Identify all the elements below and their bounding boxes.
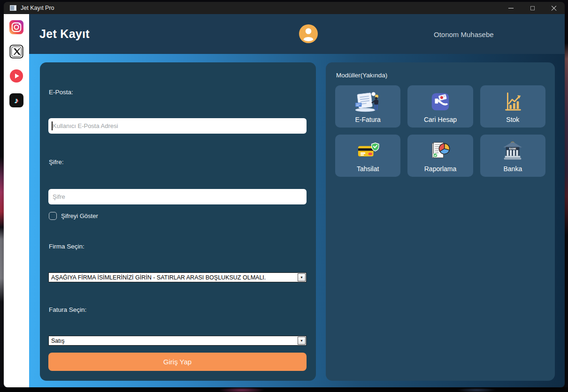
- header-right-text: Otonom Muhasebe: [434, 30, 494, 38]
- maximize-button[interactable]: [522, 2, 543, 14]
- invoice-select-value: Satış: [51, 338, 296, 344]
- invoice-select[interactable]: Satış ▼: [48, 336, 307, 346]
- chevron-down-icon[interactable]: ▼: [298, 273, 306, 281]
- social-sidebar: ♪: [4, 14, 29, 387]
- modules-grid: E-Fatura: [335, 85, 545, 177]
- company-select-value: AŞAĞIYA FİRMA İSİMLERİNİZİ GİRİN - SATIR…: [51, 274, 296, 281]
- invoice-label: Fatura Seçin:: [49, 306, 86, 313]
- collection-card-icon: [357, 139, 379, 163]
- app-window: Jet Kayıt Pro: [4, 2, 565, 387]
- company-select[interactable]: AŞAĞIYA FİRMA İSİMLERİNİZİ GİRİN - SATIR…: [48, 272, 307, 282]
- user-avatar-icon[interactable]: [299, 24, 318, 43]
- e-invoice-icon: [353, 90, 383, 113]
- module-label: E-Fatura: [355, 116, 380, 123]
- module-card-e-fatura[interactable]: E-Fatura: [335, 85, 400, 128]
- modules-title: Modüller(Yakında): [336, 72, 387, 79]
- window-title: Jet Kayıt Pro: [21, 5, 54, 11]
- stock-chart-icon: [502, 90, 523, 113]
- module-card-tahsilat[interactable]: Tahsilat: [335, 135, 400, 177]
- tiktok-note-glyph: ♪: [15, 97, 19, 105]
- minimize-button[interactable]: [500, 2, 522, 14]
- email-input[interactable]: [48, 118, 307, 134]
- module-label: Banka: [503, 165, 522, 173]
- email-label: E-Posta:: [49, 89, 73, 96]
- module-label: Tahsilat: [357, 165, 379, 173]
- app-title: Jet Kayıt: [39, 27, 90, 41]
- show-password-checkbox[interactable]: [49, 212, 57, 220]
- module-label: Cari Hesap: [424, 116, 457, 123]
- module-label: Stok: [506, 116, 519, 123]
- close-icon: [551, 5, 557, 11]
- app-icon: [9, 4, 17, 12]
- x-twitter-icon[interactable]: [9, 45, 23, 59]
- modules-panel: Modüller(Yakında): [326, 62, 555, 381]
- titlebar: Jet Kayıt Pro: [4, 2, 565, 14]
- module-card-cari-hesap[interactable]: Cari Hesap: [407, 85, 473, 128]
- desktop-wallpaper-right: [564, 0, 568, 392]
- login-panel: E-Posta: Şifre: Şifreyi Göster Firma Seç…: [40, 62, 316, 381]
- show-password-label: Şifreyi Göster: [61, 212, 98, 219]
- module-card-banka[interactable]: BANK Banka: [480, 135, 545, 177]
- minimize-icon: [508, 8, 514, 8]
- password-label: Şifre:: [49, 158, 64, 166]
- close-button[interactable]: [543, 2, 565, 14]
- password-input[interactable]: [48, 189, 307, 204]
- maximize-icon: [530, 6, 535, 10]
- reporting-icon: [430, 139, 451, 163]
- app-header: Jet Kayıt Otonom Muhasebe: [29, 14, 565, 54]
- login-button[interactable]: Giriş Yap: [48, 353, 307, 371]
- bank-icon: BANK: [502, 139, 523, 163]
- module-card-stok[interactable]: Stok: [480, 85, 545, 128]
- company-label: Firma Seçin:: [49, 243, 84, 250]
- current-account-icon: [430, 90, 451, 113]
- chevron-down-icon[interactable]: ▼: [298, 337, 306, 345]
- module-label: Raporlama: [424, 165, 456, 173]
- bank-sign-text: BANK: [509, 147, 516, 150]
- text-caret: [52, 121, 53, 130]
- module-card-raporlama[interactable]: Raporlama: [407, 135, 473, 177]
- desktop-wallpaper-bottom: [0, 387, 568, 392]
- tiktok-icon[interactable]: ♪: [9, 93, 23, 107]
- youtube-icon[interactable]: [9, 69, 23, 83]
- main-content: E-Posta: Şifre: Şifreyi Göster Firma Seç…: [29, 54, 565, 387]
- instagram-icon[interactable]: [9, 20, 23, 34]
